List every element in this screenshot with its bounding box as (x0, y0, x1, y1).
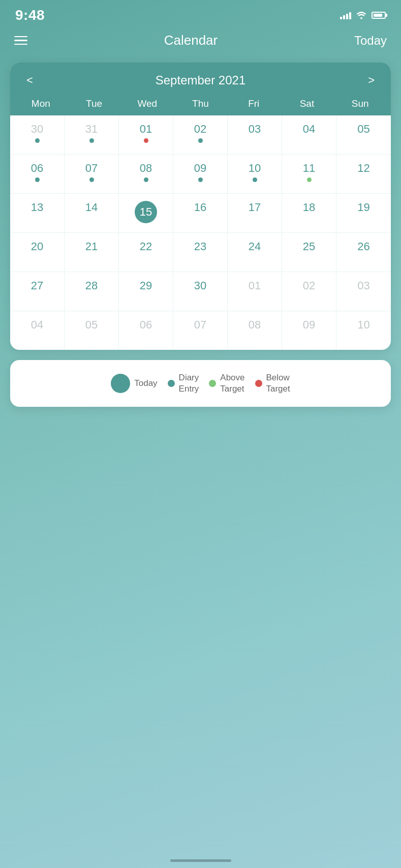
signal-icon (340, 11, 351, 19)
cal-cell-30[interactable]: 30 (10, 115, 65, 154)
cal-cell-06[interactable]: 06 (119, 311, 173, 350)
cal-cell-31[interactable]: 31 (65, 115, 119, 154)
status-time: 9:48 (15, 7, 45, 23)
cal-cell-28[interactable]: 28 (65, 272, 119, 311)
cal-cell-30[interactable]: 30 (173, 272, 228, 311)
cal-cell-09[interactable]: 09 (173, 155, 228, 193)
cal-cell-03[interactable]: 03 (228, 115, 282, 154)
legend-diary-icon (168, 380, 175, 387)
calendar-week-1: 30310102030405 (10, 115, 391, 155)
cal-date-07: 07 (194, 318, 206, 332)
cal-dot-diary (144, 177, 148, 182)
cal-dot-diary (253, 177, 257, 182)
cal-cell-16[interactable]: 16 (173, 194, 228, 232)
home-indicator (170, 859, 231, 862)
prev-month-button[interactable]: < (22, 72, 37, 89)
legend-above-icon (209, 380, 216, 387)
cal-date-26: 26 (357, 240, 369, 253)
cal-date-20: 20 (31, 240, 43, 253)
day-name-wed: Wed (120, 98, 174, 109)
cal-date-06: 06 (31, 162, 43, 175)
cal-cell-25[interactable]: 25 (282, 233, 336, 272)
cal-cell-29[interactable]: 29 (119, 272, 173, 311)
cal-cell-20[interactable]: 20 (10, 233, 65, 272)
cal-cell-10[interactable]: 10 (336, 311, 391, 350)
cal-cell-18[interactable]: 18 (282, 194, 336, 232)
cal-dot-diary (198, 138, 203, 143)
cal-cell-19[interactable]: 19 (336, 194, 391, 232)
battery-icon (372, 12, 386, 19)
cal-cell-05[interactable]: 05 (336, 115, 391, 154)
legend-below-label: BelowTarget (266, 372, 290, 395)
cal-date-08: 08 (140, 162, 152, 175)
cal-date-29: 29 (140, 279, 152, 292)
nav-title: Calendar (164, 33, 218, 48)
cal-date-04: 04 (303, 123, 315, 136)
cal-cell-10[interactable]: 10 (228, 155, 282, 193)
cal-cell-23[interactable]: 23 (173, 233, 228, 272)
cal-date-02: 02 (194, 123, 206, 136)
cal-cell-01[interactable]: 01 (228, 272, 282, 311)
cal-cell-02[interactable]: 02 (282, 272, 336, 311)
cal-cell-06[interactable]: 06 (10, 155, 65, 193)
today-button[interactable]: Today (354, 34, 387, 48)
cal-date-05: 05 (85, 318, 98, 332)
legend-today-icon (111, 374, 130, 393)
cal-cell-01[interactable]: 01 (119, 115, 173, 154)
cal-cell-13[interactable]: 13 (10, 194, 65, 232)
cal-cell-05[interactable]: 05 (65, 311, 119, 350)
cal-date-31: 31 (85, 123, 98, 136)
cal-date-03: 03 (357, 279, 369, 292)
next-month-button[interactable]: > (364, 72, 379, 89)
cal-cell-12[interactable]: 12 (336, 155, 391, 193)
day-name-tue: Tue (68, 98, 121, 109)
cal-dot-diary (89, 177, 94, 182)
status-icons (340, 11, 386, 19)
cal-dot-diary (35, 177, 40, 182)
calendar-header: < September 2021 > (10, 63, 391, 98)
cal-date-19: 19 (357, 201, 369, 214)
cal-dot-above (307, 177, 312, 182)
today-date: 15 (135, 201, 157, 223)
cal-date-12: 12 (357, 162, 369, 175)
cal-date-14: 14 (85, 201, 98, 214)
cal-cell-02[interactable]: 02 (173, 115, 228, 154)
cal-date-28: 28 (85, 279, 98, 292)
cal-cell-24[interactable]: 24 (228, 233, 282, 272)
cal-cell-04[interactable]: 04 (10, 311, 65, 350)
cal-cell-22[interactable]: 22 (119, 233, 173, 272)
day-name-mon: Mon (14, 98, 68, 109)
cal-date-04: 04 (31, 318, 43, 332)
cal-cell-17[interactable]: 17 (228, 194, 282, 232)
cal-cell-11[interactable]: 11 (282, 155, 336, 193)
calendar-week-2: 06070809101112 (10, 155, 391, 194)
cal-cell-15[interactable]: 15 (119, 194, 173, 232)
cal-cell-26[interactable]: 26 (336, 233, 391, 272)
day-name-sun: Sun (333, 98, 387, 109)
cal-date-08: 08 (249, 318, 261, 332)
cal-date-02: 02 (303, 279, 315, 292)
cal-cell-14[interactable]: 14 (65, 194, 119, 232)
cal-cell-03[interactable]: 03 (336, 272, 391, 311)
cal-cell-04[interactable]: 04 (282, 115, 336, 154)
cal-cell-07[interactable]: 07 (173, 311, 228, 350)
cal-dot-below (144, 138, 148, 143)
cal-cell-09[interactable]: 09 (282, 311, 336, 350)
cal-date-09: 09 (303, 318, 315, 332)
cal-date-30: 30 (31, 123, 43, 136)
cal-date-23: 23 (194, 240, 206, 253)
cal-cell-08[interactable]: 08 (228, 311, 282, 350)
cal-date-17: 17 (249, 201, 261, 214)
menu-icon[interactable] (14, 36, 27, 45)
cal-cell-07[interactable]: 07 (65, 155, 119, 193)
calendar-week-5: 27282930010203 (10, 272, 391, 311)
day-name-thu: Thu (174, 98, 227, 109)
cal-cell-08[interactable]: 08 (119, 155, 173, 193)
calendar-grid: 3031010203040506070809101112131415161718… (10, 115, 391, 350)
cal-date-10: 10 (357, 318, 369, 332)
cal-dot-diary (198, 177, 203, 182)
cal-cell-21[interactable]: 21 (65, 233, 119, 272)
legend-diary: DiaryEntry (168, 372, 199, 395)
cal-date-07: 07 (85, 162, 98, 175)
cal-cell-27[interactable]: 27 (10, 272, 65, 311)
